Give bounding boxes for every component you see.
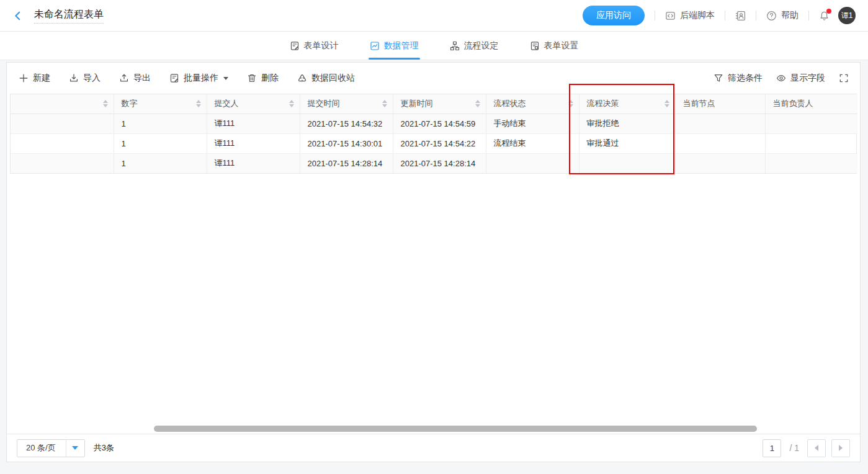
table-cell[interactable]: 2021-07-15 14:30:01: [300, 133, 393, 153]
sort-desc-icon: [196, 104, 201, 107]
column-header-5[interactable]: 流程状态: [486, 94, 579, 114]
tab-label: 表单设计: [304, 40, 339, 51]
contacts-button[interactable]: [735, 11, 746, 21]
table-cell[interactable]: 2021-07-15 14:54:22: [393, 133, 486, 153]
tab-data-manage[interactable]: 数据管理: [370, 32, 419, 60]
table-cell[interactable]: 审批拒绝: [579, 114, 675, 133]
delete-button[interactable]: 删除: [247, 73, 279, 84]
sort-asc-icon: [475, 100, 480, 103]
tab-flow-setting[interactable]: 流程设定: [450, 32, 499, 60]
export-button[interactable]: 导出: [119, 73, 151, 84]
sort-icon[interactable]: [475, 100, 480, 107]
table-cell[interactable]: [11, 133, 114, 153]
table-row-0[interactable]: 1谭1112021-07-15 14:54:322021-07-15 14:54…: [11, 114, 857, 133]
table-cell[interactable]: 谭111: [207, 133, 300, 153]
chevron-right-icon: [839, 445, 843, 451]
table-cell[interactable]: 谭111: [207, 114, 300, 133]
column-header-3[interactable]: 提交时间: [300, 94, 393, 114]
table-cell[interactable]: [765, 153, 857, 173]
app-access-button[interactable]: 应用访问: [583, 6, 645, 25]
table-cell[interactable]: 流程结束: [486, 133, 579, 153]
filter-button[interactable]: 筛选条件: [714, 73, 763, 84]
pagination-controls: / 1: [763, 439, 850, 457]
table-cell[interactable]: 1: [114, 114, 207, 133]
page-title: 未命名流程表单: [34, 8, 104, 24]
sort-asc-icon: [568, 100, 573, 103]
table-cell[interactable]: [675, 133, 765, 153]
table-cell[interactable]: 2021-07-15 14:28:14: [393, 153, 486, 173]
page-number-input[interactable]: [763, 439, 781, 457]
table-cell[interactable]: 谭111: [207, 153, 300, 173]
column-label: 流程决策: [587, 99, 619, 108]
sort-asc-icon: [382, 100, 387, 103]
select-caret: [66, 440, 84, 457]
import-button[interactable]: 导入: [69, 73, 101, 84]
sort-icon[interactable]: [664, 100, 669, 107]
toolbar: 新建 导入 导出 批量操作 删除 数据回收站 筛选条件: [7, 63, 860, 94]
table-cell[interactable]: 1: [114, 153, 207, 173]
header-actions: 应用访问 后端脚本 帮助 谭1: [583, 6, 856, 25]
help-button[interactable]: 帮助: [766, 10, 799, 21]
column-label: 流程状态: [494, 99, 526, 108]
table-cell[interactable]: 2021-07-15 14:54:32: [300, 114, 393, 133]
contacts-icon: [735, 11, 746, 21]
horizontal-scrollbar[interactable]: [154, 426, 757, 432]
tab-form-setting[interactable]: 表单设置: [530, 32, 579, 60]
prev-page-button[interactable]: [807, 439, 826, 457]
new-label: 新建: [33, 73, 50, 84]
table-cell[interactable]: 2021-07-15 14:28:14: [300, 153, 393, 173]
chevron-left-icon: [815, 445, 818, 451]
fullscreen-button[interactable]: [839, 73, 849, 83]
table-cell[interactable]: [11, 153, 114, 173]
column-header-6[interactable]: 流程决策: [579, 94, 675, 114]
caret-down-icon: [72, 446, 78, 450]
batch-edit-icon: [169, 73, 179, 83]
sort-icon[interactable]: [382, 100, 387, 107]
sort-icon[interactable]: [568, 100, 573, 107]
backend-script-button[interactable]: 后端脚本: [665, 10, 715, 21]
table-row-1[interactable]: 1谭1112021-07-15 14:30:012021-07-15 14:54…: [11, 133, 857, 153]
new-button[interactable]: 新建: [19, 73, 50, 84]
tab-form-design[interactable]: 表单设计: [290, 32, 339, 60]
table-cell[interactable]: [765, 133, 857, 153]
divider: [725, 11, 725, 20]
next-page-button[interactable]: [831, 439, 850, 457]
sort-icon[interactable]: [103, 100, 108, 107]
page-size-label: 20 条/页: [17, 440, 66, 457]
page-size-select[interactable]: 20 条/页: [17, 439, 85, 457]
column-header-4[interactable]: 更新时间: [393, 94, 486, 114]
column-header-1[interactable]: 数字: [114, 94, 207, 114]
recycle-bin-button[interactable]: 数据回收站: [297, 73, 355, 84]
table-cell[interactable]: [486, 153, 579, 173]
table-cell[interactable]: [11, 114, 114, 133]
table-cell[interactable]: [765, 114, 857, 133]
notification-button[interactable]: [819, 11, 830, 21]
column-header-0[interactable]: [11, 94, 114, 114]
caret-down-icon: [223, 77, 228, 80]
backend-script-label: 后端脚本: [680, 10, 715, 21]
display-fields-button[interactable]: 显示字段: [776, 73, 825, 84]
back-button[interactable]: [12, 11, 23, 21]
table-row-2[interactable]: 1谭1112021-07-15 14:28:142021-07-15 14:28…: [11, 153, 857, 173]
table-cell[interactable]: [579, 153, 675, 173]
recycle-bin-label: 数据回收站: [311, 73, 355, 84]
export-label: 导出: [133, 73, 151, 84]
table-cell[interactable]: 审批通过: [579, 133, 675, 153]
sort-icon[interactable]: [289, 100, 294, 107]
sort-icon[interactable]: [196, 100, 201, 107]
data-manage-icon: [370, 41, 380, 51]
sort-asc-icon: [289, 100, 294, 103]
sort-desc-icon: [664, 104, 669, 107]
table-cell[interactable]: 2021-07-15 14:54:59: [393, 114, 486, 133]
column-label: 更新时间: [401, 99, 433, 108]
table-cell[interactable]: [675, 114, 765, 133]
column-header-2[interactable]: 提交人: [207, 94, 300, 114]
table-cell[interactable]: 手动结束: [486, 114, 579, 133]
table-cell[interactable]: 1: [114, 133, 207, 153]
avatar[interactable]: 谭1: [838, 7, 856, 24]
filter-label: 筛选条件: [728, 73, 763, 84]
total-count-label: 共3条: [94, 442, 114, 454]
batch-operations-button[interactable]: 批量操作: [169, 73, 228, 84]
import-icon: [69, 73, 79, 83]
table-cell[interactable]: [675, 153, 765, 173]
